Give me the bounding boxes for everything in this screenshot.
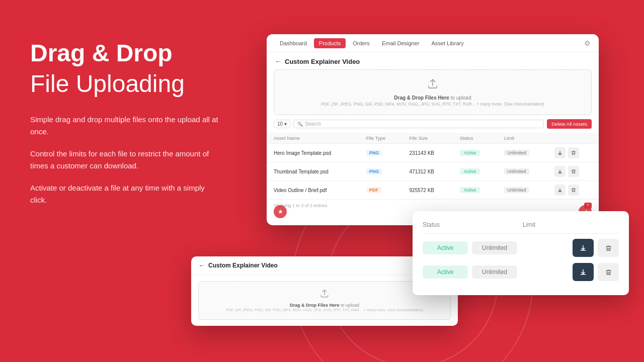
popup-header-row: Status Limit (423, 221, 619, 234)
upload-formats-text: PDF, ZIP, JPEG, PNG, GIF, PSD, MP4, MOV,… (282, 102, 583, 107)
nav-bar: Dashboard Products Orders Email Designer… (267, 34, 599, 52)
cell-asset-name: Hero Image Template.psd (267, 144, 359, 162)
col-header-status: Status (453, 133, 497, 144)
table-row: Thumbnail Template.psd PNG 471312 KB Act… (267, 162, 599, 181)
popup-delete-button-1[interactable] (598, 239, 619, 257)
popup-header-limit: Limit (519, 221, 619, 228)
popup-limit-badge-2[interactable]: Unlimited (472, 265, 517, 279)
delete-button-row-0[interactable] (568, 147, 579, 158)
download-button-row-2[interactable] (554, 185, 566, 196)
cell-limit: Unlimited (497, 144, 547, 162)
cell-actions (547, 162, 599, 181)
cell-status: Active (453, 181, 497, 200)
popup-status-badge-2[interactable]: Active (423, 265, 468, 279)
star-button[interactable]: ★ (274, 205, 287, 218)
popup-limit-badge-1[interactable]: Unlimited (472, 241, 517, 254)
popup-row-1: Active Unlimited (423, 239, 619, 257)
main-ui-card: Dashboard Products Orders Email Designer… (267, 34, 599, 225)
second-back-arrow-icon[interactable]: ← (198, 261, 205, 269)
delete-button-row-2[interactable] (568, 185, 579, 196)
card-bottom-icons: ★ (274, 205, 287, 218)
col-header-actions (547, 133, 599, 144)
popup-delete-button-2[interactable] (598, 263, 619, 281)
popup-row-2: Active Unlimited (423, 263, 619, 281)
upload-icon (282, 78, 583, 93)
col-header-asset-name: Asset Name (267, 133, 359, 144)
nav-item-email-designer[interactable]: Email Designer (377, 38, 425, 48)
upload-zone[interactable]: Drag & Drop Files Here to upload PDF, ZI… (274, 69, 592, 115)
search-icon: 🔍 (297, 122, 303, 127)
cell-actions (547, 181, 599, 200)
table-row: Hero Image Template.psd PNG 231143 KB Ac… (267, 144, 599, 162)
cell-file-size: 471312 KB (403, 162, 453, 181)
popup-header-status: Status (423, 221, 519, 228)
per-page-select[interactable]: 10 ▾ (274, 120, 290, 128)
cell-limit: Unlimited (497, 181, 547, 200)
delete-button-row-1[interactable] (568, 166, 579, 177)
cell-asset-name: Video Outline / Brief.pdf (267, 181, 359, 200)
second-upload-icon (206, 289, 443, 301)
popup-card: Status Limit Active Unlimited Active Unl… (413, 211, 629, 295)
cell-file-type: PDF (359, 181, 403, 200)
cell-file-size: 925572 KB (403, 181, 453, 200)
hero-title-light: File Uploading (30, 71, 221, 98)
col-header-file-size: File Size (403, 133, 453, 144)
table-toolbar: 10 ▾ 🔍 Search Delete All Assets (267, 115, 599, 133)
delete-all-button[interactable]: Delete All Assets (547, 119, 592, 129)
cell-file-type: PNG (359, 144, 403, 162)
popup-status-badge-1[interactable]: Active (423, 241, 468, 254)
back-arrow-icon[interactable]: ← (275, 57, 282, 65)
second-card-title: Custom Explainer Video (208, 262, 278, 269)
second-upload-drag-text: Drag & Drop Files Here to upload (206, 303, 443, 308)
cell-actions (547, 144, 599, 162)
feature-text-3: Activate or deactivate a file at any tim… (30, 182, 221, 206)
download-button-row-0[interactable] (554, 147, 566, 158)
nav-item-products[interactable]: Products (314, 38, 346, 48)
search-box[interactable]: 🔍 Search (293, 120, 544, 128)
table-footer: Showing 1 to 3 of 3 entries 1 (267, 200, 599, 212)
nav-item-asset-library[interactable]: Asset Library (426, 38, 468, 48)
asset-table: Asset Name File Type File Size Status Li… (267, 133, 599, 200)
second-upload-formats-text: PDF, ZIP, JPEG, PNG, GIF, PSD, MP4, MOV,… (206, 308, 443, 312)
gear-icon[interactable]: ⚙ (584, 39, 591, 47)
cell-file-type: PNG (359, 162, 403, 181)
upload-drag-text: Drag & Drop Files Here to upload (282, 95, 583, 101)
table-row: Video Outline / Brief.pdf PDF 925572 KB … (267, 181, 599, 200)
col-header-file-type: File Type (359, 133, 403, 144)
nav-item-dashboard[interactable]: Dashboard (275, 38, 312, 48)
left-panel: Drag & Drop File Uploading Simple drag a… (30, 40, 221, 216)
feature-text-1: Simple drag and drop multiple files onto… (30, 114, 221, 138)
popup-download-button-1[interactable] (573, 239, 594, 257)
download-button-row-1[interactable] (554, 166, 566, 177)
cell-limit: Unlimited (497, 162, 547, 181)
page-title: Custom Explainer Video (285, 58, 360, 65)
cell-status: Active (453, 144, 497, 162)
popup-download-button-2[interactable] (573, 263, 594, 281)
cell-file-size: 231143 KB (403, 144, 453, 162)
col-header-limit: Limit (497, 133, 547, 144)
nav-item-orders[interactable]: Orders (348, 38, 375, 48)
feature-text-2: Control the limits for each file to rest… (30, 148, 221, 172)
cell-asset-name: Thumbnail Template.psd (267, 162, 359, 181)
page-header: ← Custom Explainer Video (267, 52, 599, 69)
hero-title-bold: Drag & Drop (30, 40, 221, 67)
cell-status: Active (453, 162, 497, 181)
